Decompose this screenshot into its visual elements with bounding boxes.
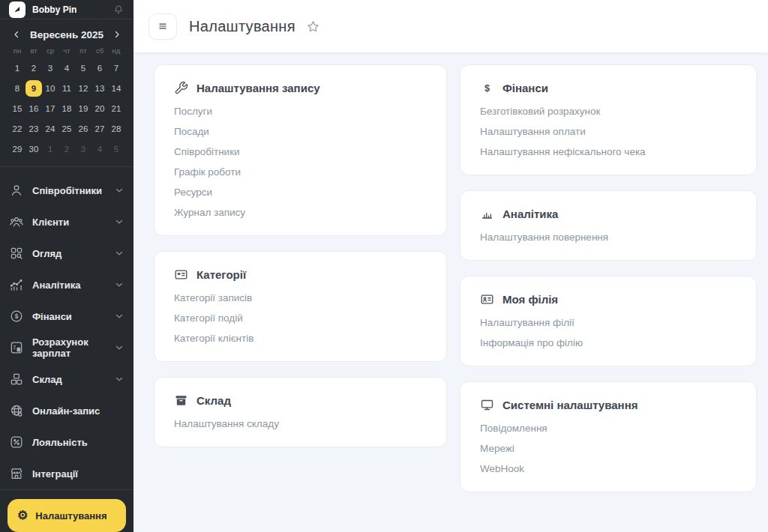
calendar-day[interactable]: 17 bbox=[42, 100, 58, 117]
settings-card-categories: Категорії Категорії записівКатегорії под… bbox=[154, 251, 447, 362]
calendar-day[interactable]: 5 bbox=[75, 60, 92, 76]
sidebar-item-analytics[interactable]: Аналітика bbox=[9, 269, 124, 300]
calendar-day[interactable]: 2 bbox=[58, 141, 75, 157]
card-title: Моя філія bbox=[480, 292, 736, 306]
sidebar-item-payroll[interactable]: Розрахунок зарплат bbox=[9, 332, 124, 363]
sidebar-header: Bobby Pin bbox=[0, 0, 134, 19]
card-link[interactable]: Співробітники bbox=[174, 146, 427, 157]
page-title: Налаштування bbox=[189, 18, 296, 35]
integrations-icon bbox=[9, 466, 24, 481]
calendar-day[interactable]: 2 bbox=[26, 60, 42, 76]
archive-icon bbox=[174, 393, 188, 408]
calendar-day[interactable]: 1 bbox=[42, 141, 58, 157]
favorite-star-icon[interactable] bbox=[306, 19, 320, 34]
card-title: Системні налаштування bbox=[480, 398, 736, 412]
card-link[interactable]: Безготівковий розрахунок bbox=[480, 106, 736, 117]
calendar-day[interactable]: 3 bbox=[75, 141, 92, 157]
calendar-day[interactable]: 8 bbox=[9, 80, 26, 97]
settings-card-finance: $ Фінанси Безготівковий розрахунокНалашт… bbox=[460, 64, 757, 175]
sidebar-item-employees[interactable]: Співробітники bbox=[9, 175, 124, 206]
sidebar-item-finance[interactable]: $ Фінанси bbox=[9, 300, 124, 332]
calendar-day[interactable]: 4 bbox=[58, 60, 75, 76]
card-link[interactable]: Ресурси bbox=[174, 187, 427, 198]
calendar-day[interactable]: 14 bbox=[108, 80, 124, 97]
calendar-day-selected[interactable]: 9 bbox=[26, 80, 42, 97]
gear-icon: ⚙ bbox=[17, 510, 28, 522]
sidebar-item-overview[interactable]: Огляд bbox=[9, 238, 124, 269]
overview-icon bbox=[9, 246, 24, 261]
calendar-day[interactable]: 28 bbox=[108, 121, 124, 137]
calendar-day[interactable]: 11 bbox=[58, 80, 75, 97]
card-link[interactable]: Категорії подій bbox=[174, 312, 427, 324]
calendar-day[interactable]: 4 bbox=[92, 141, 108, 157]
hamburger-menu-button[interactable] bbox=[148, 13, 177, 40]
calendar-weekday: пн bbox=[14, 46, 21, 56]
sidebar-item-loyalty[interactable]: Лояльність bbox=[9, 426, 124, 458]
analytics-icon bbox=[9, 277, 24, 292]
loyalty-icon bbox=[9, 435, 24, 450]
card-link[interactable]: Налаштування філії bbox=[480, 317, 736, 328]
chevron-down-icon bbox=[114, 374, 124, 384]
card-link[interactable]: Налаштування повернення bbox=[480, 232, 736, 243]
calendar-next-icon[interactable] bbox=[111, 28, 123, 40]
settings-content: Налаштування запису ПослугиПосадиСпівроб… bbox=[134, 52, 768, 532]
card-link[interactable]: Журнал запису bbox=[174, 207, 427, 218]
card-link[interactable]: Послуги bbox=[174, 106, 427, 117]
card-link[interactable]: Посади bbox=[174, 126, 427, 137]
card-title: $ Фінанси bbox=[480, 81, 736, 95]
settings-column-left: Налаштування запису ПослугиПосадиСпівроб… bbox=[154, 64, 447, 447]
calendar-weekday: ср bbox=[46, 46, 54, 56]
card-link[interactable]: Мережі bbox=[480, 443, 736, 454]
calendar-day[interactable]: 12 bbox=[75, 80, 92, 97]
svg-text:$: $ bbox=[484, 83, 490, 94]
calendar-day[interactable]: 22 bbox=[9, 121, 26, 137]
calendar-day[interactable]: 16 bbox=[26, 100, 42, 117]
calendar-day[interactable]: 7 bbox=[108, 60, 124, 76]
calendar-weekday: чт bbox=[63, 46, 70, 56]
calendar-day[interactable]: 3 bbox=[42, 60, 58, 76]
calendar-day[interactable]: 30 bbox=[26, 141, 42, 157]
notifications-bell-icon[interactable] bbox=[112, 4, 124, 16]
brand-name: Bobby Pin bbox=[32, 4, 76, 15]
calendar-day[interactable]: 21 bbox=[108, 100, 124, 117]
calendar-weekday: нд bbox=[112, 46, 121, 56]
calendar-day[interactable]: 20 bbox=[92, 100, 108, 117]
calendar-day[interactable]: 13 bbox=[92, 80, 108, 97]
calendar-day[interactable]: 1 bbox=[9, 60, 26, 76]
card-link[interactable]: Категорії клієнтів bbox=[174, 333, 427, 344]
calendar-day[interactable]: 24 bbox=[42, 121, 58, 137]
card-link[interactable]: Графік роботи bbox=[174, 166, 427, 178]
calendar-day[interactable]: 23 bbox=[26, 121, 42, 137]
calendar-weekday: сб bbox=[96, 46, 104, 56]
card-link[interactable]: Налаштування нефіскального чека bbox=[480, 146, 736, 157]
sidebar-item-settings-active[interactable]: ⚙ Налаштування bbox=[8, 499, 126, 532]
sidebar-item-integrations[interactable]: Інтеграції bbox=[9, 458, 124, 489]
sidebar-item-label: Аналітика bbox=[32, 279, 80, 291]
card-link[interactable]: WebHook bbox=[480, 463, 736, 474]
card-link[interactable]: Налаштування складу bbox=[174, 418, 427, 429]
sidebar-item-clients[interactable]: Клієнти bbox=[9, 206, 124, 238]
calendar-day[interactable]: 15 bbox=[9, 100, 26, 117]
calendar-day[interactable]: 25 bbox=[58, 121, 75, 137]
warehouse-icon bbox=[9, 372, 24, 387]
sidebar-bottom: ⚙ Налаштування bbox=[0, 489, 134, 532]
calendar-day[interactable]: 18 bbox=[58, 100, 75, 117]
card-title: Категорії bbox=[174, 267, 427, 282]
calendar-day[interactable]: 5 bbox=[108, 141, 124, 157]
finance-icon: $ bbox=[9, 309, 24, 324]
card-link[interactable]: Категорії записів bbox=[174, 292, 427, 303]
calendar-day[interactable]: 26 bbox=[75, 121, 92, 137]
sidebar-item-warehouse[interactable]: Склад bbox=[9, 363, 124, 395]
calendar-day[interactable]: 29 bbox=[9, 141, 26, 157]
calendar-prev-icon[interactable] bbox=[10, 28, 22, 40]
card-title: Налаштування запису bbox=[174, 81, 427, 95]
chevron-down-icon bbox=[114, 185, 124, 196]
calendar-day[interactable]: 10 bbox=[42, 80, 58, 97]
calendar-day[interactable]: 6 bbox=[92, 60, 108, 76]
card-link[interactable]: Інформація про філію bbox=[480, 337, 736, 348]
card-link[interactable]: Повідомлення bbox=[480, 423, 736, 434]
calendar-day[interactable]: 27 bbox=[92, 121, 108, 137]
card-link[interactable]: Налаштування оплати bbox=[480, 126, 736, 137]
sidebar-item-online-booking[interactable]: Онлайн-запис bbox=[9, 395, 124, 426]
calendar-day[interactable]: 19 bbox=[75, 100, 92, 117]
